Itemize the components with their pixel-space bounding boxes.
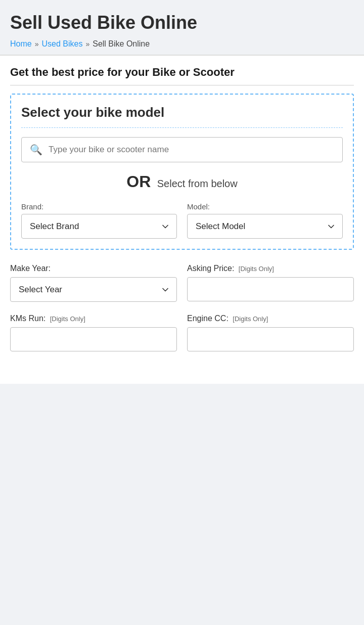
model-label: Model: [187, 202, 343, 211]
main-content: Get the best price for your Bike or Scoo… [0, 56, 364, 384]
kms-run-input[interactable] [10, 327, 177, 351]
bottom-fields: Make Year: Select Year 2024 2023 2022 20… [10, 264, 354, 374]
model-field-group: Model: Select Model [187, 202, 343, 239]
or-text: OR [126, 172, 151, 191]
breadcrumb-used-bikes[interactable]: Used Bikes [41, 39, 82, 49]
brand-field-group: Brand: Select Brand [21, 202, 177, 239]
brand-select[interactable]: Select Brand [21, 214, 177, 239]
make-year-select[interactable]: Select Year 2024 2023 2022 2021 2020 201… [10, 277, 177, 302]
search-box-container: 🔍 [21, 137, 343, 162]
breadcrumb-home[interactable]: Home [10, 39, 32, 49]
kms-engine-row: KMs Run: [Digits Only] Engine CC: [Digit… [10, 314, 354, 351]
search-icon: 🔍 [30, 144, 42, 156]
make-year-asking-price-row: Make Year: Select Year 2024 2023 2022 20… [10, 264, 354, 302]
engine-cc-sub-label: [Digits Only] [233, 315, 268, 323]
brand-model-row: Brand: Select Brand Model: Select Model [21, 202, 343, 239]
or-section: OR Select from below [21, 172, 343, 191]
kms-run-field: KMs Run: [Digits Only] [10, 314, 177, 351]
asking-price-input[interactable] [187, 277, 354, 301]
header-section: Sell Used Bike Online Home » Used Bikes … [0, 0, 364, 55]
engine-cc-input[interactable] [187, 327, 354, 351]
page-title: Sell Used Bike Online [10, 12, 354, 33]
engine-cc-label: Engine CC: [Digits Only] [187, 314, 354, 323]
breadcrumb-sep1: » [35, 40, 39, 48]
asking-price-label: Asking Price: [Digits Only] [187, 264, 354, 273]
asking-price-sub-label: [Digits Only] [239, 265, 274, 273]
kms-run-label: KMs Run: [Digits Only] [10, 314, 177, 323]
breadcrumb-current: Sell Bike Online [93, 39, 150, 49]
tagline: Get the best price for your Bike or Scoo… [10, 66, 354, 85]
breadcrumb: Home » Used Bikes » Sell Bike Online [10, 39, 354, 49]
kms-run-sub-label: [Digits Only] [50, 315, 85, 323]
make-year-label: Make Year: [10, 264, 177, 273]
select-from-below-text: Select from below [157, 178, 238, 189]
model-select[interactable]: Select Model [187, 214, 343, 239]
make-year-field: Make Year: Select Year 2024 2023 2022 20… [10, 264, 177, 302]
brand-label: Brand: [21, 202, 177, 211]
bike-model-heading: Select your bike model [21, 105, 343, 128]
bike-search-input[interactable] [49, 145, 334, 155]
breadcrumb-sep2: » [85, 40, 89, 48]
asking-price-field: Asking Price: [Digits Only] [187, 264, 354, 302]
bike-model-box: Select your bike model 🔍 OR Select from … [10, 94, 354, 250]
engine-cc-field: Engine CC: [Digits Only] [187, 314, 354, 351]
